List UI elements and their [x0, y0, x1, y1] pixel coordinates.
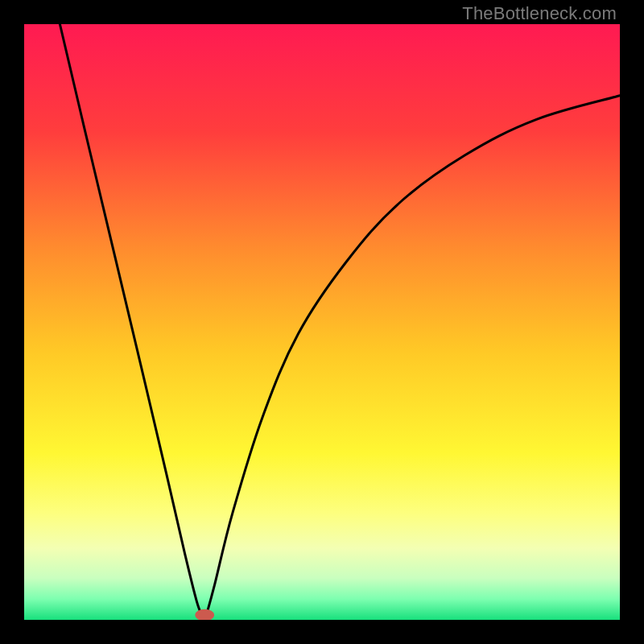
chart-background [24, 24, 620, 620]
chart-svg [24, 24, 620, 620]
watermark-text: TheBottleneck.com [462, 3, 617, 24]
chart-frame [24, 24, 620, 620]
